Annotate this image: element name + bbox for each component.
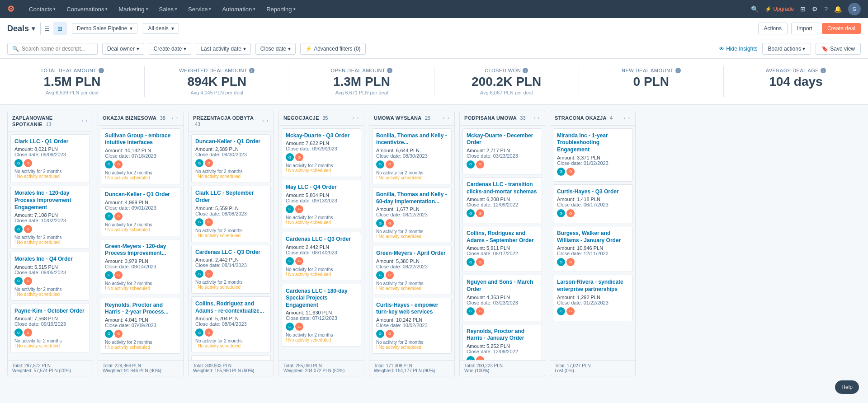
last-activity-filter[interactable]: Last activity date ▾: [196, 43, 250, 55]
deal-card[interactable]: Burgess, Walker and Williams - January O…: [553, 226, 632, 272]
deal-card[interactable]: Miranda Inc - 1-year Troubleshooting Eng…: [553, 128, 632, 182]
advanced-filters-button[interactable]: ⚡ Advanced filters (0): [300, 43, 365, 55]
search-icon[interactable]: 🔍: [751, 5, 759, 13]
deal-scheduled-warning: ! No activity scheduled: [376, 345, 448, 350]
import-button[interactable]: Import: [791, 23, 818, 34]
deal-card[interactable]: Reynolds, Proctor and Harris - 2-year Pr…: [101, 298, 180, 354]
chevron-down-icon: ▾: [802, 46, 805, 52]
deal-card[interactable]: Green-Meyers - 120-day Process Improveme…: [101, 239, 180, 295]
all-deals-selector[interactable]: All deals ▾: [143, 23, 179, 34]
column-next-button[interactable]: ›: [266, 117, 269, 124]
list-view-button[interactable]: ☰: [41, 22, 53, 35]
column-total: Total: 255,090 PLN: [283, 363, 359, 368]
column-next-button[interactable]: ›: [175, 115, 179, 122]
deal-card[interactable]: Bonilla, Thomas and Kelly - incentivize.…: [372, 128, 452, 184]
deal-card[interactable]: Collins, Rodriguez and Adams - re-contex…: [191, 296, 271, 352]
column-prev-button[interactable]: ‹: [533, 115, 536, 122]
column-prev-button[interactable]: ‹: [352, 115, 355, 122]
deal-card[interactable]: May LLC - Q4 Order Amount: 5,804 PLN Clo…: [282, 180, 361, 229]
deal-card[interactable]: Green-Meyers - April Order Amount: 5,380…: [372, 246, 452, 295]
avatar: G: [24, 328, 32, 337]
column-body: Clark LLC - Q1 Order Amount: 8,021 PLN C…: [8, 131, 93, 360]
search-input[interactable]: [22, 46, 85, 52]
deal-name: Mckay-Duarte - Q3 Order: [286, 132, 357, 140]
deal-card[interactable]: Collins, Rodriguez and Adams - September…: [462, 226, 542, 272]
deal-card[interactable]: Payne-Kim - October Order Amount: 7,568 …: [10, 304, 90, 353]
pipeline-selector[interactable]: Demo Sales Pipeline ▾: [72, 23, 137, 34]
column-next-button[interactable]: ›: [447, 115, 450, 122]
deal-card[interactable]: Larson-Rivera - syndicate enterprise par…: [553, 275, 632, 321]
deal-card[interactable]: Duncan-Keller - Q1 Order Amount: 2,689 P…: [191, 134, 271, 183]
board-view-button[interactable]: ⊞: [53, 22, 66, 35]
deal-card[interactable]: Sullivan Group - embrace intuitive inter…: [101, 128, 180, 184]
save-view-button[interactable]: 🔖 Save view: [816, 43, 861, 55]
info-icon[interactable]: i: [99, 68, 104, 73]
column-prev-button[interactable]: ‹: [442, 115, 445, 122]
info-icon[interactable]: i: [675, 68, 681, 73]
avatar: G: [286, 205, 294, 213]
close-date-filter[interactable]: Close date ▾: [255, 43, 296, 55]
nav-automation[interactable]: Automation ▾: [222, 6, 255, 13]
avatar: G: [286, 153, 294, 161]
board-actions-button[interactable]: Board actions ▾: [762, 43, 811, 55]
nav-conversations[interactable]: Conversations ▾: [66, 6, 108, 13]
column-next-button[interactable]: ›: [627, 115, 631, 122]
column-prev-button[interactable]: ‹: [80, 117, 84, 124]
deal-card[interactable]: Mckay-Duarte - Q3 Order Amount: 7,622 PL…: [282, 128, 361, 178]
create-deal-button[interactable]: Create deal: [822, 23, 861, 34]
column-footer: Total: 255,090 PLN Weighted: 204,072 PLN…: [279, 360, 364, 376]
deal-card[interactable]: Clark LLC - September Order Amount: 5,55…: [191, 186, 271, 242]
info-icon[interactable]: i: [523, 68, 528, 73]
page-title[interactable]: Deals ▾: [7, 24, 35, 33]
settings-icon[interactable]: ⚙: [812, 5, 818, 13]
deal-card[interactable]: Bonilla, Thomas and Kelly - 60-day Imple…: [372, 187, 452, 243]
deal-name: Larson-Rivera - syndicate enterprise par…: [557, 279, 628, 293]
column-next-button[interactable]: ›: [537, 115, 540, 122]
deal-card[interactable]: Curtis-Hayes - empower turn-key web serv…: [372, 298, 452, 354]
deal-card[interactable]: Curtis-Hayes - Q3 Order Amount: 1,418 PL…: [553, 184, 632, 224]
user-avatar[interactable]: G: [848, 3, 861, 15]
create-date-filter[interactable]: Create date ▾: [149, 43, 192, 55]
deal-card[interactable]: Cardenas LLC - transition clicks-and-mor…: [462, 177, 542, 223]
info-icon[interactable]: i: [387, 68, 392, 73]
column-next-button[interactable]: ›: [85, 117, 88, 124]
notifications-icon[interactable]: 🔔: [834, 5, 842, 13]
deal-avatars: G G: [195, 159, 267, 167]
nav-marketing[interactable]: Marketing ▾: [118, 6, 148, 13]
deal-card[interactable]: Morales Inc - 120-day Process Improvemen…: [10, 186, 90, 249]
deal-card[interactable]: Morales Inc - Q4 Order Amount: 5,515 PLN…: [10, 252, 90, 301]
deal-card[interactable]: Cardenas LLC - 180-day Special Projects …: [282, 284, 361, 347]
nav-sales[interactable]: Sales ▾: [159, 6, 178, 13]
deal-amount: Amount: 7,568 PLN: [14, 316, 86, 321]
column-body: Mckay-Duarte - Q3 Order Amount: 7,622 PL…: [279, 126, 364, 360]
search-box[interactable]: 🔍: [7, 43, 98, 55]
deal-card[interactable]: Clark LLC - Q1 Order Amount: 8,021 PLN C…: [10, 134, 90, 183]
nav-service[interactable]: Service ▾: [188, 6, 211, 13]
deal-owner-filter[interactable]: Deal owner ▾: [102, 43, 144, 55]
upgrade-link[interactable]: ⚡ Upgrade: [765, 6, 794, 12]
nav-reporting[interactable]: Reporting ▾: [266, 6, 295, 13]
actions-button[interactable]: Actions: [758, 23, 788, 34]
deal-card[interactable]: Cardenas LLC - Q3 Order Amount: 2,442 PL…: [282, 232, 361, 281]
deal-amount: Amount: 5,204 PLN: [195, 316, 267, 321]
column-prev-button[interactable]: ‹: [623, 115, 626, 122]
info-icon[interactable]: i: [821, 68, 826, 73]
deal-card[interactable]: Cardenas LLC - 180-day Special Projects …: [191, 355, 271, 360]
info-icon[interactable]: i: [249, 68, 255, 73]
column-next-button[interactable]: ›: [356, 115, 359, 122]
deal-card[interactable]: Nguyen and Sons - March Order Amount: 4,…: [462, 275, 542, 321]
nav-contacts[interactable]: Contacts ▾: [29, 6, 56, 13]
deal-card[interactable]: Duncan-Keller - Q1 Order Amount: 4,969 P…: [101, 187, 180, 236]
deal-card[interactable]: Reynolds, Proctor and Harris - January O…: [462, 324, 542, 360]
help-icon[interactable]: ?: [824, 5, 828, 13]
column-prev-button[interactable]: ‹: [171, 115, 174, 122]
hide-insights-button[interactable]: 👁 Hide Insights: [719, 46, 757, 52]
marketplace-icon[interactable]: ⊞: [800, 5, 806, 13]
deal-card[interactable]: Mckay-Duarte - December Order Amount: 2,…: [462, 128, 542, 174]
deal-avatars: G G: [286, 257, 357, 265]
deal-card[interactable]: Cardenas LLC - Q3 Order Amount: 2,442 PL…: [191, 245, 271, 294]
column-prev-button[interactable]: ‹: [261, 117, 264, 124]
deal-amount: Amount: 4,363 PLN: [467, 295, 538, 300]
hubspot-logo[interactable]: ⚙: [7, 4, 14, 14]
avatar: G: [114, 212, 123, 220]
